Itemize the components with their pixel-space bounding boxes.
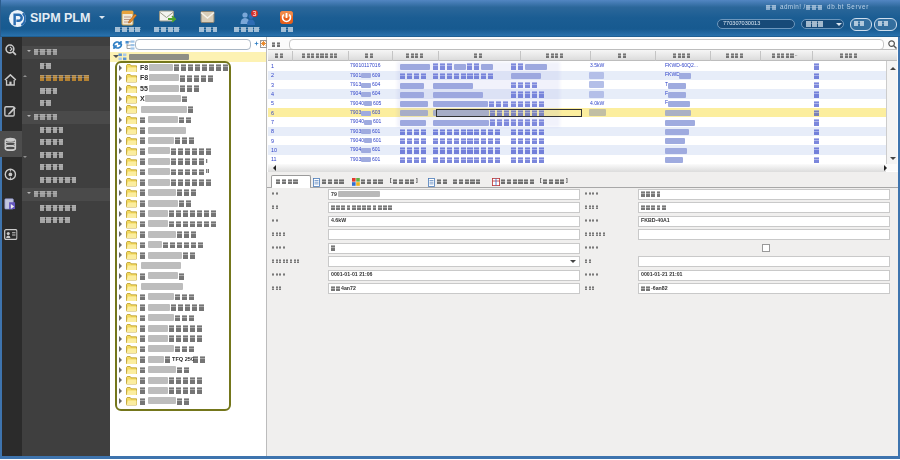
- svg-text:3: 3: [253, 10, 257, 17]
